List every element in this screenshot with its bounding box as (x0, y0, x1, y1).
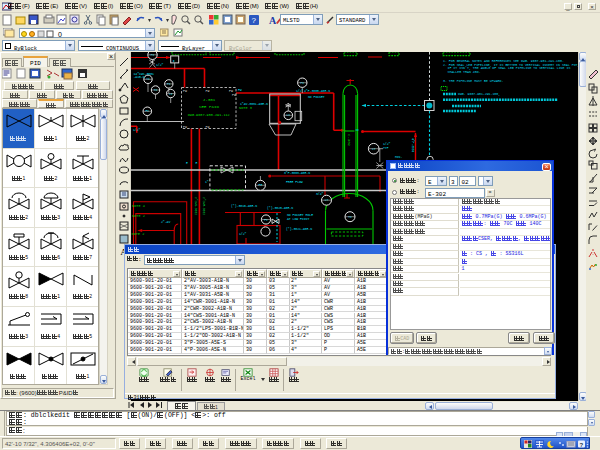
svg-text:4"P-3006: 4"P-3006 (411, 138, 415, 153)
svg-text:E: E (196, 161, 198, 165)
svg-text:TI: TI (348, 216, 352, 219)
svg-text:1"AV-3031-A5E-N: 1"AV-3031-A5E-N (240, 102, 268, 106)
svg-text:NOTE 3: NOTE 3 (239, 106, 252, 110)
svg-text:LT: LT (325, 199, 329, 202)
svg-text:C-302: C-302 (347, 134, 351, 147)
svg-text:?: ? (252, 16, 257, 25)
svg-text:?: ? (580, 441, 584, 447)
svg-text:FE: FE (259, 184, 263, 187)
svg-text:J-301: J-301 (203, 98, 216, 102)
svg-text:LI: LI (286, 114, 290, 117)
svg-text:4"P-3008-A5E-N: 4"P-3008-A5E-N (304, 89, 330, 93)
svg-text:(*)-3016-A5E-N: (*)-3016-A5E-N (231, 204, 257, 208)
svg-text:PI: PI (167, 83, 171, 86)
svg-text:FI: FI (264, 219, 268, 222)
svg-text:PW: PW (183, 125, 187, 129)
svg-text:PI: PI (300, 82, 304, 85)
svg-text:NO POCKET: NO POCKET (308, 95, 325, 99)
svg-text:MIN.: MIN. (395, 156, 402, 159)
svg-text:1/2": 1/2" (133, 128, 141, 132)
svg-text:NOTE 2: NOTE 2 (132, 232, 145, 236)
svg-text:FI: FI (145, 110, 149, 113)
svg-text:1/2": 1/2" (296, 89, 304, 93)
svg-text:TI: TI (154, 89, 158, 92)
svg-text:PW: PW (183, 89, 187, 93)
svg-text:-A1B-N: -A1B-N (134, 75, 145, 79)
svg-text:I: I (173, 59, 175, 63)
svg-text:FREE FLOW: FREE FLOW (286, 180, 303, 184)
svg-text:PW: PW (229, 89, 233, 93)
svg-text:1/2": 1/2" (239, 232, 247, 236)
svg-text:LT: LT (372, 148, 376, 151)
svg-text:TI: TI (146, 78, 150, 81)
svg-text:SMALLER THAN 45D.: SMALLER THAN 45D. (448, 70, 481, 74)
svg-text:3/4": 3/4" (316, 192, 324, 196)
svg-text:TYP: TYP (383, 146, 389, 150)
svg-text:(*)-3020-A5E-N: (*)-3020-A5E-N (267, 206, 293, 210)
svg-text:DWG. 9607-901-2W1-100,: DWG. 9607-901-2W1-100, (458, 92, 500, 96)
svg-text:1": 1" (205, 180, 209, 184)
svg-text:PW: PW (232, 93, 236, 97)
svg-text:PW: PW (238, 88, 242, 92)
svg-text:3. THE PIPELINE MUST BE UPWARD: 3. THE PIPELINE MUST BE UPWARD. (443, 79, 504, 83)
svg-text:NOTE 2: NOTE 2 (132, 214, 145, 218)
svg-text:PW: PW (206, 125, 210, 129)
svg-text:A: A (269, 15, 277, 26)
svg-text:NOTE 4: NOTE 4 (132, 204, 145, 208)
svg-text:1/2": 1/2" (156, 63, 164, 67)
svg-text:PW: PW (206, 89, 210, 93)
svg-text:2"CWS-3002: 2"CWS-3002 (194, 197, 198, 215)
svg-text:LI: LI (169, 93, 173, 96)
svg-text:2"CWR-3002: 2"CWR-3002 (202, 197, 206, 215)
svg-text:PI: PI (151, 54, 155, 57)
svg-text:2"-AV: 2"-AV (161, 220, 170, 224)
svg-text:0: 0 (58, 31, 62, 38)
svg-text:3"P-3003-A5E-N: 3"P-3003-A5E-N (284, 171, 310, 175)
svg-text:SEE P&ID: SEE P&ID (199, 105, 220, 109)
svg-text:E: E (186, 161, 188, 165)
svg-text:AT LOW POINT: AT LOW POINT (287, 217, 309, 221)
svg-text:(*)-3021-A5E-N: (*)-3021-A5E-N (286, 227, 312, 231)
svg-text:DWG.9607-950-2W1-112: DWG.9607-950-2W1-112 (188, 113, 230, 117)
